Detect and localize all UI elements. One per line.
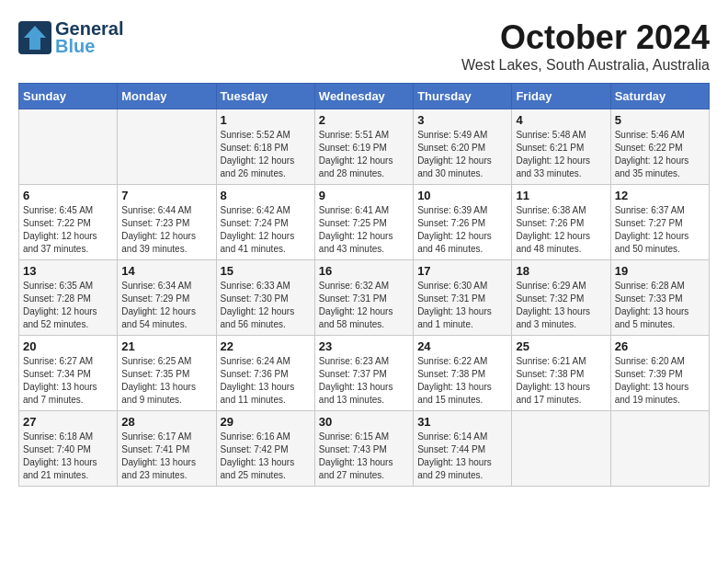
day-number: 3	[417, 113, 507, 127]
day-info: Sunrise: 6:16 AMSunset: 7:42 PMDaylight:…	[221, 431, 311, 482]
day-info: Sunrise: 6:41 AMSunset: 7:25 PMDaylight:…	[319, 204, 409, 256]
day-info: Sunrise: 6:18 AMSunset: 7:40 PMDaylight:…	[23, 431, 113, 482]
calendar-cell: 28Sunrise: 6:17 AMSunset: 7:41 PMDayligh…	[118, 411, 216, 487]
calendar-cell: 30Sunrise: 6:15 AMSunset: 7:43 PMDayligh…	[314, 411, 413, 487]
calendar-cell: 22Sunrise: 6:24 AMSunset: 7:36 PMDayligh…	[216, 336, 314, 411]
day-info: Sunrise: 6:42 AMSunset: 7:24 PMDaylight:…	[221, 204, 311, 256]
calendar-cell: 23Sunrise: 6:23 AMSunset: 7:37 PMDayligh…	[314, 336, 413, 411]
day-info: Sunrise: 6:44 AMSunset: 7:23 PMDaylight:…	[121, 204, 211, 256]
day-info: Sunrise: 6:24 AMSunset: 7:36 PMDaylight:…	[221, 355, 311, 407]
calendar-cell: 29Sunrise: 6:16 AMSunset: 7:42 PMDayligh…	[216, 411, 314, 487]
day-number: 20	[23, 339, 113, 353]
calendar-cell: 24Sunrise: 6:22 AMSunset: 7:38 PMDayligh…	[414, 336, 512, 411]
day-info: Sunrise: 6:34 AMSunset: 7:29 PMDaylight:…	[121, 280, 211, 331]
day-info: Sunrise: 6:33 AMSunset: 7:30 PMDaylight:…	[221, 280, 311, 331]
calendar-cell: 7Sunrise: 6:44 AMSunset: 7:23 PMDaylight…	[118, 185, 216, 260]
day-info: Sunrise: 6:27 AMSunset: 7:34 PMDaylight:…	[23, 355, 113, 407]
header-cell-friday: Friday	[512, 84, 610, 109]
week-row-3: 13Sunrise: 6:35 AMSunset: 7:28 PMDayligh…	[19, 260, 710, 336]
calendar-cell	[118, 109, 216, 185]
day-info: Sunrise: 5:51 AMSunset: 6:19 PMDaylight:…	[319, 129, 409, 180]
calendar-cell	[512, 411, 610, 487]
day-number: 22	[221, 339, 311, 353]
week-row-1: 1Sunrise: 5:52 AMSunset: 6:18 PMDaylight…	[19, 109, 710, 185]
day-number: 24	[417, 339, 507, 353]
day-number: 19	[615, 264, 705, 278]
calendar-cell: 21Sunrise: 6:25 AMSunset: 7:35 PMDayligh…	[118, 336, 216, 411]
day-number: 7	[121, 189, 211, 202]
calendar-cell: 4Sunrise: 5:48 AMSunset: 6:21 PMDaylight…	[512, 109, 610, 185]
week-row-5: 27Sunrise: 6:18 AMSunset: 7:40 PMDayligh…	[19, 411, 710, 487]
day-number: 1	[221, 113, 311, 127]
calendar-cell: 16Sunrise: 6:32 AMSunset: 7:31 PMDayligh…	[314, 260, 413, 336]
day-number: 2	[319, 113, 409, 127]
calendar-cell: 20Sunrise: 6:27 AMSunset: 7:34 PMDayligh…	[19, 336, 118, 411]
calendar-body: 1Sunrise: 5:52 AMSunset: 6:18 PMDaylight…	[19, 109, 710, 487]
calendar-cell: 25Sunrise: 6:21 AMSunset: 7:38 PMDayligh…	[512, 336, 610, 411]
header-cell-tuesday: Tuesday	[216, 84, 314, 109]
week-row-4: 20Sunrise: 6:27 AMSunset: 7:34 PMDayligh…	[19, 336, 710, 411]
header-cell-sunday: Sunday	[19, 84, 118, 109]
day-info: Sunrise: 6:30 AMSunset: 7:31 PMDaylight:…	[417, 280, 507, 331]
calendar-cell: 1Sunrise: 5:52 AMSunset: 6:18 PMDaylight…	[216, 109, 314, 185]
calendar-cell: 26Sunrise: 6:20 AMSunset: 7:39 PMDayligh…	[610, 336, 709, 411]
day-info: Sunrise: 5:46 AMSunset: 6:22 PMDaylight:…	[615, 129, 705, 180]
day-info: Sunrise: 5:49 AMSunset: 6:20 PMDaylight:…	[417, 129, 507, 180]
day-info: Sunrise: 6:32 AMSunset: 7:31 PMDaylight:…	[319, 280, 409, 331]
calendar-cell: 10Sunrise: 6:39 AMSunset: 7:26 PMDayligh…	[414, 185, 512, 260]
day-number: 5	[615, 113, 705, 127]
header-cell-monday: Monday	[118, 84, 216, 109]
calendar-cell: 9Sunrise: 6:41 AMSunset: 7:25 PMDaylight…	[314, 185, 413, 260]
day-number: 6	[23, 189, 113, 202]
day-number: 31	[417, 415, 507, 429]
calendar-cell: 15Sunrise: 6:33 AMSunset: 7:30 PMDayligh…	[216, 260, 314, 336]
calendar-cell: 27Sunrise: 6:18 AMSunset: 7:40 PMDayligh…	[19, 411, 118, 487]
week-row-2: 6Sunrise: 6:45 AMSunset: 7:22 PMDaylight…	[19, 185, 710, 260]
day-info: Sunrise: 6:38 AMSunset: 7:26 PMDaylight:…	[516, 204, 606, 256]
day-number: 26	[615, 339, 705, 353]
calendar-cell: 3Sunrise: 5:49 AMSunset: 6:20 PMDaylight…	[414, 109, 512, 185]
day-number: 14	[121, 264, 211, 278]
day-number: 4	[516, 113, 606, 127]
day-info: Sunrise: 5:48 AMSunset: 6:21 PMDaylight:…	[516, 129, 606, 180]
day-info: Sunrise: 6:23 AMSunset: 7:37 PMDaylight:…	[319, 355, 409, 407]
calendar-cell: 11Sunrise: 6:38 AMSunset: 7:26 PMDayligh…	[512, 185, 610, 260]
day-info: Sunrise: 6:15 AMSunset: 7:43 PMDaylight:…	[319, 431, 409, 482]
day-number: 23	[319, 339, 409, 353]
day-number: 17	[417, 264, 507, 278]
day-number: 16	[319, 264, 409, 278]
day-number: 18	[516, 264, 606, 278]
logo-icon	[18, 21, 51, 54]
day-number: 13	[23, 264, 113, 278]
month-title: October 2024	[461, 18, 710, 57]
day-number: 10	[417, 189, 507, 202]
calendar-cell: 8Sunrise: 6:42 AMSunset: 7:24 PMDaylight…	[216, 185, 314, 260]
calendar-cell: 2Sunrise: 5:51 AMSunset: 6:19 PMDaylight…	[314, 109, 413, 185]
day-number: 25	[516, 339, 606, 353]
calendar-table: SundayMondayTuesdayWednesdayThursdayFrid…	[18, 83, 710, 487]
day-number: 9	[319, 189, 409, 202]
title-block: October 2024 West Lakes, South Australia…	[461, 18, 710, 74]
day-number: 11	[516, 189, 606, 202]
day-info: Sunrise: 6:35 AMSunset: 7:28 PMDaylight:…	[23, 280, 113, 331]
day-number: 29	[221, 415, 311, 429]
calendar-cell: 13Sunrise: 6:35 AMSunset: 7:28 PMDayligh…	[19, 260, 118, 336]
header-cell-saturday: Saturday	[610, 84, 709, 109]
calendar-cell: 5Sunrise: 5:46 AMSunset: 6:22 PMDaylight…	[610, 109, 709, 185]
day-info: Sunrise: 6:28 AMSunset: 7:33 PMDaylight:…	[615, 280, 705, 331]
calendar-cell	[19, 109, 118, 185]
day-info: Sunrise: 6:37 AMSunset: 7:27 PMDaylight:…	[615, 204, 705, 256]
day-info: Sunrise: 6:21 AMSunset: 7:38 PMDaylight:…	[516, 355, 606, 407]
day-number: 12	[615, 189, 705, 202]
calendar-cell: 14Sunrise: 6:34 AMSunset: 7:29 PMDayligh…	[118, 260, 216, 336]
calendar-header: SundayMondayTuesdayWednesdayThursdayFrid…	[19, 84, 710, 109]
calendar-cell: 18Sunrise: 6:29 AMSunset: 7:32 PMDayligh…	[512, 260, 610, 336]
header-cell-wednesday: Wednesday	[314, 84, 413, 109]
header-row: SundayMondayTuesdayWednesdayThursdayFrid…	[19, 84, 710, 109]
calendar-cell	[610, 411, 709, 487]
day-number: 28	[121, 415, 211, 429]
day-info: Sunrise: 6:17 AMSunset: 7:41 PMDaylight:…	[121, 431, 211, 482]
day-number: 27	[23, 415, 113, 429]
location-subtitle: West Lakes, South Australia, Australia	[461, 57, 710, 74]
header-cell-thursday: Thursday	[414, 84, 512, 109]
